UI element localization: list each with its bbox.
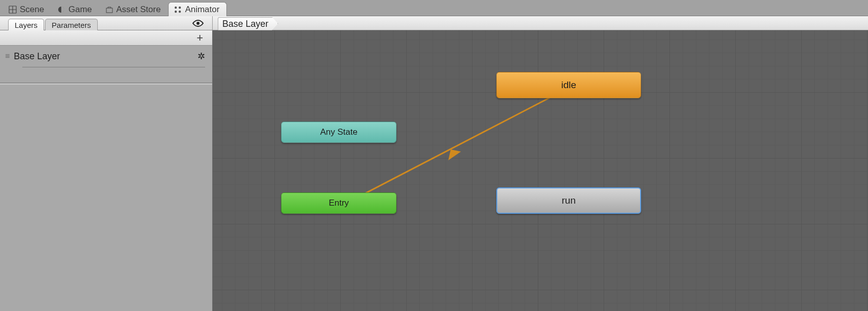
layer-row[interactable]: ≡ Base Layer ✲	[0, 46, 212, 67]
tab-label: Animator	[185, 5, 219, 15]
scene-icon	[9, 6, 17, 14]
sidebar-tab-label: Layers	[15, 21, 37, 29]
breadcrumb: Base Layer	[213, 16, 868, 30]
add-layer-bar: +	[0, 30, 212, 46]
tab-label: Game	[68, 5, 92, 15]
state-label: Entry	[329, 198, 349, 208]
state-label: run	[562, 195, 575, 206]
tab-game[interactable]: Game	[52, 2, 99, 16]
svg-point-5	[196, 22, 200, 25]
svg-point-2	[179, 7, 181, 9]
layer-underline	[22, 67, 205, 67]
svg-point-4	[179, 11, 181, 13]
sidebar-tab-label: Parameters	[52, 21, 91, 29]
layer-separator	[0, 83, 212, 85]
store-icon	[105, 6, 113, 14]
gear-icon[interactable]: ✲	[198, 51, 205, 62]
tab-asset-store[interactable]: Asset Store	[100, 2, 169, 16]
state-label: Any State	[320, 127, 358, 137]
sidebar-tab-parameters[interactable]: Parameters	[45, 19, 98, 30]
svg-rect-0	[106, 8, 112, 13]
sidebar-tab-bar: Layers Parameters	[0, 16, 213, 30]
tab-animator[interactable]: Animator	[168, 2, 227, 16]
state-label: idle	[561, 80, 576, 91]
layer-name: Base Layer	[14, 51, 192, 62]
sidebar-tab-layers[interactable]: Layers	[8, 19, 44, 30]
svg-marker-7	[445, 146, 462, 161]
state-idle[interactable]: idle	[496, 72, 641, 98]
state-entry[interactable]: Entry	[281, 192, 397, 214]
tab-label: Scene	[20, 5, 44, 15]
state-any-state[interactable]: Any State	[281, 122, 397, 143]
svg-line-6	[344, 89, 567, 204]
add-layer-button[interactable]: +	[196, 32, 203, 44]
sub-bar: Layers Parameters Base Layer	[0, 16, 868, 30]
breadcrumb-label: Base Layer	[222, 19, 268, 29]
tab-label: Asset Store	[116, 5, 161, 15]
drag-handle-icon[interactable]: ≡	[5, 52, 9, 61]
animator-graph-canvas[interactable]: Any State Entry idle run	[213, 30, 868, 311]
tab-scene[interactable]: Scene	[3, 2, 52, 16]
svg-point-1	[175, 7, 177, 9]
svg-point-3	[175, 11, 177, 13]
breadcrumb-current[interactable]: Base Layer	[218, 17, 278, 30]
animator-icon	[174, 6, 182, 14]
state-run[interactable]: run	[496, 187, 641, 214]
visibility-icon[interactable]	[192, 19, 204, 27]
main-split: + ≡ Base Layer ✲ Any State Entry idle ru…	[0, 30, 868, 311]
layers-panel: + ≡ Base Layer ✲	[0, 30, 213, 311]
game-icon	[57, 6, 65, 14]
main-tab-bar: Scene Game Asset Store Animator	[0, 0, 868, 16]
